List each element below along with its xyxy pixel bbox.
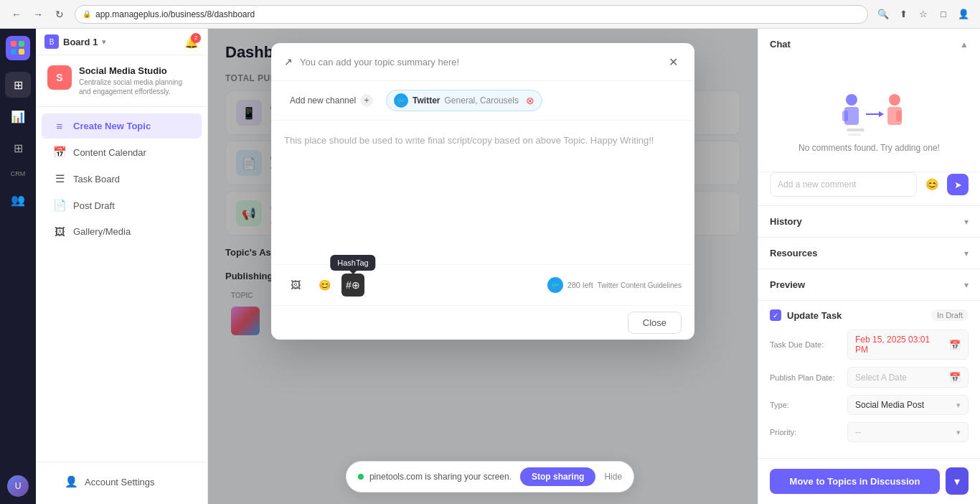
- image-tool-button[interactable]: 🖼: [284, 274, 307, 297]
- browser-bar: ← → ↻ 🔒 app.manageplus.io/business/8/das…: [0, 0, 980, 29]
- back-button[interactable]: ←: [9, 6, 24, 22]
- hashtag-tool-icon: #⊕: [346, 279, 360, 291]
- icon-nav-grid2[interactable]: ⊞: [5, 135, 31, 161]
- sidebar-item-label-gallery: Gallery/Media: [73, 226, 131, 237]
- crm-label: CRM: [11, 167, 26, 181]
- modal: ↗ You can add your topic summary here! ✕…: [271, 43, 694, 340]
- channel-name: Twitter: [413, 95, 440, 106]
- resources-title: Resources: [770, 248, 817, 258]
- publish-plan-placeholder: Select A Date: [855, 373, 907, 383]
- calendar-icon: 📅: [949, 340, 961, 350]
- sidebar-footer: 👤 Account Settings: [36, 462, 207, 504]
- profile-icon[interactable]: 👤: [956, 6, 971, 22]
- board-name: Board 1: [63, 37, 98, 47]
- emoji-tool-button[interactable]: 😊: [313, 274, 336, 297]
- comment-emoji-button[interactable]: 😊: [923, 175, 941, 194]
- sidebar-item-account-settings[interactable]: 👤 Account Settings: [53, 469, 190, 495]
- forward-button[interactable]: →: [30, 6, 46, 22]
- icon-nav-grid[interactable]: ⊞: [5, 72, 31, 98]
- modal-close-button[interactable]: ✕: [664, 53, 682, 70]
- share-browser-icon[interactable]: ⬆: [895, 6, 911, 22]
- comment-input[interactable]: [770, 172, 917, 197]
- hashtag-tooltip: HashTag: [330, 255, 375, 271]
- svg-rect-9: [848, 134, 861, 136]
- extension-icon[interactable]: □: [936, 6, 951, 22]
- task-due-date-row: Task Due Date: Feb 15, 2025 03:01 PM 📅: [770, 330, 969, 360]
- sidebar-item-label-account-settings: Account Settings: [85, 477, 155, 487]
- stop-sharing-button[interactable]: Stop sharing: [520, 467, 595, 486]
- icon-nav-bottom[interactable]: U: [5, 471, 31, 497]
- user-avatar: U: [7, 475, 29, 497]
- channel-tag-twitter: 🐦 Twitter General, Carousels ⊗: [386, 90, 542, 111]
- sidebar-item-label-post-draft: Post Draft: [73, 200, 115, 211]
- left-sidebar: B Board 1 ▾ 🔔 2 S Social Media Studio Ce…: [36, 29, 208, 504]
- move-to-discussion-button[interactable]: Move to Topics in Discussion: [770, 469, 940, 494]
- task-due-date-value[interactable]: Feb 15, 2025 03:01 PM 📅: [847, 330, 969, 360]
- right-panel: Chat ▲: [758, 29, 980, 504]
- app-logo: [6, 36, 30, 60]
- history-panel-section: History ▾: [758, 206, 980, 238]
- comment-send-button[interactable]: ➤: [947, 174, 969, 195]
- history-section-header[interactable]: History ▾: [758, 206, 980, 237]
- channel-remove-button[interactable]: ⊗: [526, 95, 534, 106]
- move-btn-dropdown-arrow[interactable]: ▾: [946, 467, 969, 495]
- chat-illustration: [826, 85, 913, 143]
- modal-body[interactable]: This place should be used to write final…: [271, 121, 694, 264]
- icon-nav-people[interactable]: 👥: [5, 187, 31, 213]
- preview-section-header[interactable]: Preview ▾: [758, 269, 980, 300]
- chat-title: Chat: [770, 39, 791, 50]
- modal-body-text: This place should be used to write final…: [284, 134, 682, 149]
- screen-share-bar: pinetools.com is sharing your screen. St…: [346, 461, 634, 493]
- add-channel-icon: +: [360, 94, 373, 107]
- url-text: app.manageplus.io/business/8/dashboard: [95, 9, 255, 19]
- editor-tools: 🖼 😊 #⊕ HashTag: [284, 274, 364, 297]
- priority-select-arrow: ▾: [956, 428, 961, 437]
- address-bar[interactable]: 🔒 app.manageplus.io/business/8/dashboard: [75, 5, 868, 24]
- twitter-guidelines: 🐦 280 left Twitter Content Guidelines: [547, 277, 682, 293]
- refresh-button[interactable]: ↻: [52, 6, 67, 22]
- notification-bell[interactable]: 🔔 2: [184, 35, 199, 49]
- icon-nav-chart[interactable]: 📊: [5, 103, 31, 129]
- task-due-date-label: Task Due Date:: [770, 340, 842, 349]
- modal-channels: Add new channel + 🐦 Twitter General, Car…: [271, 81, 694, 121]
- hide-button[interactable]: Hide: [604, 472, 622, 482]
- char-count: 280 left: [567, 281, 593, 289]
- sidebar-item-post-draft[interactable]: 📄 Post Draft: [42, 192, 202, 218]
- sidebar-item-content-calendar[interactable]: 📅 Content Calendar: [42, 139, 202, 165]
- history-title: History: [770, 216, 802, 227]
- modal-overlay[interactable]: ↗ You can add your topic summary here! ✕…: [208, 29, 758, 504]
- publish-plan-calendar-icon: 📅: [949, 372, 961, 383]
- publish-plan-date-select[interactable]: Select A Date 📅: [847, 367, 969, 388]
- gallery-icon: 🖼: [53, 225, 66, 238]
- expand-icon[interactable]: ↗: [284, 56, 293, 67]
- sidebar-item-gallery[interactable]: 🖼 Gallery/Media: [42, 219, 202, 244]
- sidebar-item-create-topic[interactable]: ≡ Create New Topic: [42, 113, 202, 139]
- bookmark-icon[interactable]: ☆: [915, 6, 931, 22]
- history-chevron-icon: ▾: [964, 217, 969, 227]
- svg-rect-8: [847, 129, 864, 131]
- main-content: Dashboard Total Published Overview 📱 6 S…: [208, 29, 758, 504]
- chat-section-header[interactable]: Chat ▲: [758, 29, 980, 60]
- type-select[interactable]: Social Media Post ▾: [847, 395, 969, 415]
- add-channel-button[interactable]: Add new channel +: [284, 91, 379, 110]
- resources-chevron-icon: ▾: [964, 248, 969, 258]
- priority-label: Priority:: [770, 428, 842, 437]
- chat-section: No comments found. Try adding one!: [758, 60, 980, 172]
- update-task-checkbox[interactable]: ✓: [770, 309, 781, 321]
- resources-section-header[interactable]: Resources ▾: [758, 238, 980, 269]
- update-task-label: Update Task: [787, 310, 925, 321]
- draft-badge: In Draft: [931, 309, 969, 321]
- sidebar-item-task-board[interactable]: ☰ Task Board: [42, 166, 202, 192]
- search-browser-icon[interactable]: 🔍: [875, 6, 891, 22]
- content-calendar-icon: 📅: [53, 146, 66, 159]
- close-button[interactable]: Close: [628, 312, 682, 334]
- hashtag-tool-button[interactable]: #⊕ HashTag: [341, 274, 364, 297]
- priority-select[interactable]: -- ▾: [847, 422, 969, 442]
- resources-panel-section: Resources ▾: [758, 238, 980, 269]
- svg-marker-4: [879, 111, 884, 117]
- publish-plan-date-row: Publish Plan Date: Select A Date 📅: [770, 367, 969, 388]
- type-select-arrow: ▾: [956, 401, 961, 410]
- bottom-action-bar: Move to Topics in Discussion ▾: [758, 458, 980, 503]
- chat-empty: No comments found. Try adding one!: [770, 71, 969, 160]
- app-container: ⊞ 📊 ⊞ CRM 👥 U B Board 1 ▾ 🔔 2 S Social M…: [0, 29, 980, 504]
